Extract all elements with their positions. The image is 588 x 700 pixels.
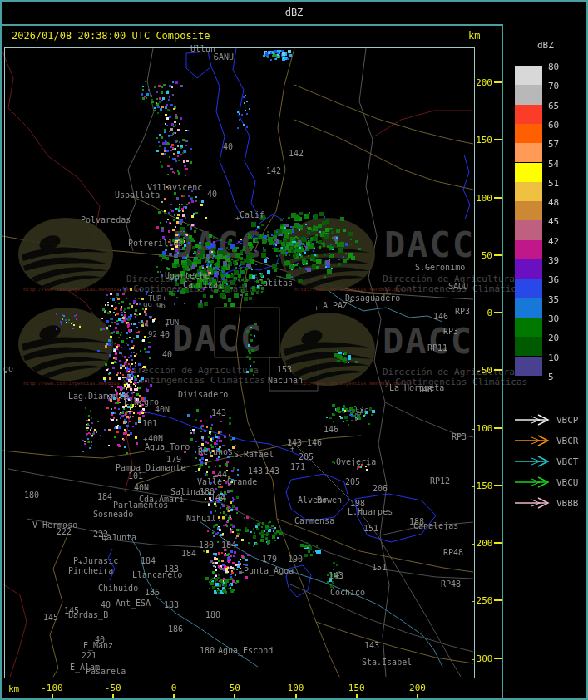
window-title: dBZ xyxy=(285,7,304,18)
timestamp-label: 2026/01/08 20:38:00 UTC Composite xyxy=(12,30,210,42)
x-axis-unit-label: km xyxy=(8,683,19,694)
radar-app-window: dBZ 2026/01/08 20:38:00 UTC Composite km… xyxy=(0,0,588,700)
y-axis-unit-label: km xyxy=(468,30,480,42)
title-bar: dBZ xyxy=(2,2,586,23)
titlebar-divider-line xyxy=(2,24,502,26)
radar-echo-canvas xyxy=(2,2,588,700)
panel-divider-line xyxy=(502,24,503,700)
